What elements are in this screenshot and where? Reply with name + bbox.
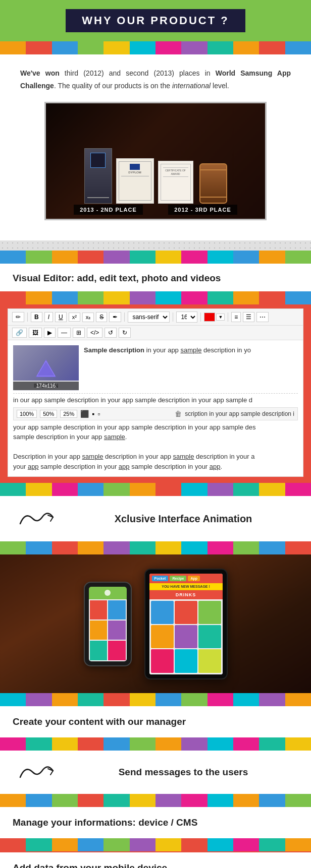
place-label-2: 2012 - 3RD PLACE (168, 205, 237, 215)
award-image-container: DYPLOM CERTIFICATE OF AWARD (44, 102, 267, 220)
toolbar-font-select[interactable]: sans-serif (128, 312, 170, 323)
manage-info-section: Manage your informations: device / CMS (0, 807, 311, 838)
toolbar-code-btn[interactable]: </> (87, 328, 102, 338)
toolbar-highlighter-btn[interactable]: ✒ (109, 312, 121, 322)
phone-device (84, 582, 132, 666)
toolbar-color-container: ▼ (204, 313, 225, 322)
swirl-icon-1 (15, 506, 61, 531)
manage-info-label: Manage your informations: device / CMS (13, 817, 197, 828)
svg-marker-0 (36, 359, 56, 377)
tile-divider-4 (0, 483, 311, 496)
tile-divider-5 (0, 541, 311, 554)
invedio-logo-svg (33, 357, 59, 380)
tile-divider-8 (0, 794, 311, 807)
content-manager-section: Create your content with our manager (0, 706, 311, 737)
editor-text-5: Description in your app sample descripti… (13, 452, 298, 462)
toolbar-color-dropdown[interactable]: ▼ (216, 314, 225, 321)
editor-image-toolbar: 100% 50% 25% ⬛ ▪ ▫ 🗑 scription in your a… (13, 407, 298, 420)
editor-bg-section: ✏ B I U x² x₂ S ✒ sans-serif 16 ▼ ≡ (0, 304, 311, 483)
award-plaque-black (84, 148, 112, 204)
send-messages-section: Send messages to the users (0, 751, 311, 794)
intro-international: international (172, 82, 211, 90)
intro-bold-weve: We've won (20, 69, 60, 77)
app-screenshot-section: Pocket Recipe App YOU HAVE NEW MESSAGE !… (0, 554, 311, 693)
dots-separator-1 (0, 240, 311, 251)
zoom-25-btn[interactable]: 25% (60, 410, 77, 418)
award-item-left: DYPLOM CERTIFICATE OF AWARD (84, 148, 193, 204)
tile-divider-9 (0, 838, 311, 851)
page-title: WHY OUR PRODUCT ? (82, 14, 229, 27)
visual-editor-section: Visual Editor: add, edit text, photo and… (0, 264, 311, 291)
editor-text-6: your app sample description in your app … (13, 462, 298, 472)
toolbar-image-btn[interactable]: 🖼 (29, 328, 42, 338)
toolbar-separator-5 (228, 313, 228, 322)
header-title-box: WHY OUR PRODUCT ? (66, 9, 245, 32)
tile-divider-2 (0, 251, 311, 264)
editor-sample-text: Sample description in your app sample de… (84, 346, 251, 354)
award-image-bg: DYPLOM CERTIFICATE OF AWARD (46, 103, 265, 219)
award-barrel (199, 163, 227, 204)
intro-text-2: . The quality of our products is on the … (54, 82, 229, 90)
editor-toolbar-row2: 🔗 🖼 ▶ — ⊞ </> ↺ ↻ (8, 326, 303, 340)
swirl-icon-2 (15, 760, 61, 785)
editor-toolbar-row1: ✏ B I U x² x₂ S ✒ sans-serif 16 ▼ ≡ (8, 309, 303, 326)
toolbar-table-btn[interactable]: ⊞ (73, 328, 85, 338)
toolbar-pencil-btn[interactable]: ✏ (12, 312, 24, 322)
editor-text-2: in our app sample description in your ap… (13, 393, 298, 405)
intro-text: We've won third (2012) and second (2013)… (20, 67, 291, 92)
toolbar-superscript-btn[interactable]: x² (69, 313, 80, 322)
tile-divider-1 (0, 41, 311, 54)
toolbar-underline-btn[interactable]: U (55, 312, 67, 322)
toolbar-separator-1 (27, 313, 28, 322)
toolbar-size-select[interactable]: 16 (176, 312, 197, 323)
send-messages-label: Send messages to the users (71, 767, 296, 778)
zoom-50-btn[interactable]: 50% (40, 410, 57, 418)
toolbar-more-btn[interactable]: ⋯ (256, 312, 269, 322)
visual-editor-label: Visual Editor: add, edit text, photo and… (13, 273, 221, 283)
animation-section: Xclusive Interface Animation (0, 496, 311, 541)
tablet-device: Pocket Recipe App YOU HAVE NEW MESSAGE !… (144, 569, 228, 679)
animation-label: Xclusive Interface Animation (71, 513, 296, 525)
add-data-section: Add data from your mobile device (0, 851, 311, 868)
toolbar-strike-btn[interactable]: S (96, 312, 107, 322)
award-cert-1: DYPLOM (116, 158, 154, 204)
tablet-screen: Pocket Recipe App YOU HAVE NEW MESSAGE !… (149, 574, 223, 674)
tile-divider-7 (0, 737, 311, 751)
toolbar-color-swatch[interactable] (204, 313, 215, 322)
tablet-header: Pocket Recipe App (149, 574, 223, 583)
toolbar-separator-4 (200, 313, 201, 322)
content-manager-label: Create your content with our manager (13, 716, 186, 727)
tablet-content-grid (149, 599, 223, 674)
editor-content[interactable]: INVEDION 174x116 Sample description in y… (8, 340, 303, 476)
editor-container: ✏ B I U x² x₂ S ✒ sans-serif 16 ▼ ≡ (8, 308, 303, 477)
image-resize-label: 174x116 (13, 382, 79, 390)
header-section: WHY OUR PRODUCT ? (0, 0, 311, 41)
intro-text-1: third (2012) and second (2013) places in (60, 69, 216, 77)
align-left-btn[interactable]: ⬛ (80, 410, 89, 418)
zoom-100-btn[interactable]: 100% (17, 410, 37, 418)
editor-text-4: sample description in your app sample. (13, 432, 298, 442)
toolbar-italic-btn[interactable]: I (44, 312, 53, 322)
align-right-btn[interactable]: ▫ (97, 410, 100, 418)
editor-toolbar-text: scription in your app sample description… (185, 409, 294, 418)
toolbar-separator-3 (173, 313, 173, 322)
award-cert-2: CERTIFICATE OF AWARD (158, 161, 193, 204)
phone-screen (89, 587, 127, 661)
tile-divider-3 (0, 291, 311, 304)
editor-text-content[interactable]: Sample description in your app sample de… (84, 345, 298, 355)
toolbar-bold-btn[interactable]: B (31, 312, 42, 322)
toolbar-subscript-btn[interactable]: x₂ (82, 313, 94, 322)
toolbar-list2-btn[interactable]: ☰ (243, 312, 254, 322)
toolbar-hr-btn[interactable]: — (58, 328, 71, 338)
toolbar-video-btn[interactable]: ▶ (44, 328, 56, 338)
toolbar-redo-btn[interactable]: ↻ (119, 328, 131, 338)
tablet-notification: YOU HAVE NEW MESSAGE ! (149, 583, 223, 590)
add-data-label: Add data from your mobile device (13, 862, 167, 868)
award-item-right (199, 163, 227, 204)
tile-divider-6 (0, 693, 311, 706)
toolbar-link-btn[interactable]: 🔗 (12, 328, 27, 338)
toolbar-undo-btn[interactable]: ↺ (105, 328, 117, 338)
align-center-btn[interactable]: ▪ (92, 410, 94, 418)
toolbar-list-btn[interactable]: ≡ (231, 312, 241, 322)
delete-btn[interactable]: 🗑 (175, 410, 182, 418)
